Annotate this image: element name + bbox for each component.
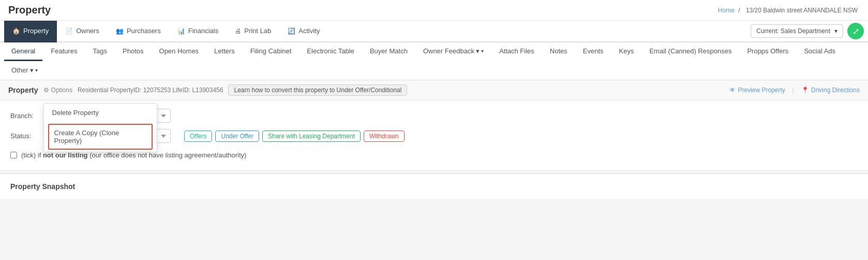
eye-icon: 👁: [729, 86, 736, 94]
nav-tab-label: Print Lab: [244, 27, 271, 35]
nav-tab-label: Owners: [76, 27, 99, 35]
breadcrumb: Home / 13/20 Baldwin street ANNANDALE NS…: [718, 7, 860, 14]
tab-photos[interactable]: Photos: [115, 42, 151, 61]
tab-electronic-table[interactable]: Electronic Table: [300, 42, 362, 61]
gear-icon: ⚙: [43, 86, 49, 94]
driving-directions-link[interactable]: 📍 Driving Directions: [801, 86, 860, 94]
tab-email-canned[interactable]: Email (Canned) Responses: [642, 42, 739, 61]
tabs-row: GeneralFeaturesTagsPhotosOpen HomesLette…: [0, 42, 868, 80]
breadcrumb-address: 13/20 Baldwin street ANNANDALE NSW: [746, 7, 858, 14]
nav-tab-label: Activity: [298, 27, 320, 35]
property-meta: Residential PropertyID: 12075253 LifeID:…: [78, 86, 223, 94]
tab-propps-offers[interactable]: Propps Offers: [740, 42, 796, 61]
options-dropdown-container: ⚙ Options Delete Property Create A Copy …: [43, 86, 72, 94]
not-our-listing-label[interactable]: (tick) if not our listing (our office do…: [21, 151, 246, 159]
not-our-listing-checkbox[interactable]: [10, 152, 17, 158]
clone-property-item[interactable]: Create A Copy (Clone Property): [48, 124, 153, 150]
nav-tab-property[interactable]: 🏠Property: [4, 21, 57, 42]
learn-convert-button[interactable]: Learn how to convert this property to Un…: [228, 84, 407, 96]
status-badges: OffersUnder OfferShare with Leasing Depa…: [184, 131, 405, 142]
purchasers-icon: 👥: [116, 27, 124, 35]
tab-owner-feedback[interactable]: Owner Feedback ▾: [416, 42, 491, 61]
nav-tab-label: Financials: [188, 27, 219, 35]
nav-bar: 🏠Property📄Owners👥Purchasers📊Financials🖨P…: [0, 21, 868, 42]
map-pin-icon: 📍: [801, 86, 809, 94]
tab-filing-cabinet[interactable]: Filing Cabinet: [243, 42, 299, 61]
tab-events[interactable]: Events: [576, 42, 611, 61]
nav-tabs: 🏠Property📄Owners👥Purchasers📊Financials🖨P…: [4, 21, 328, 41]
section-title: Property: [8, 86, 38, 94]
nav-tab-activity[interactable]: 🔄Activity: [279, 21, 328, 42]
owners-icon: 📄: [65, 27, 73, 35]
expand-button[interactable]: ⤢: [847, 23, 864, 39]
top-bar: Property Home / 13/20 Baldwin street ANN…: [0, 0, 868, 21]
preview-label: Preview Property: [738, 86, 785, 94]
tab-social-ads[interactable]: Social Ads: [797, 42, 843, 61]
section-header: Property ⚙ Options Delete Property Creat…: [0, 80, 868, 100]
chevron-down-icon: ▾: [30, 66, 34, 74]
nav-tab-label: Property: [23, 27, 49, 35]
department-label: Current: Sales Department: [756, 27, 830, 35]
tab-open-homes[interactable]: Open Homes: [152, 42, 206, 61]
tab-letters[interactable]: Letters: [207, 42, 242, 61]
tab-buyer-match[interactable]: Buyer Match: [363, 42, 415, 61]
divider: |: [792, 86, 794, 94]
snapshot-section: Property Snapshot: [0, 174, 868, 199]
nav-tab-label: Purchasers: [127, 27, 161, 35]
financials-icon: 📊: [177, 27, 185, 35]
delete-property-item[interactable]: Delete Property: [44, 104, 157, 122]
nav-tab-owners[interactable]: 📄Owners: [57, 21, 108, 42]
activity-icon: 🔄: [288, 27, 295, 35]
tab-tags[interactable]: Tags: [86, 42, 114, 61]
property-icon: 🏠: [12, 27, 20, 35]
preview-property-link[interactable]: 👁 Preview Property: [729, 86, 785, 94]
badge-share-leasing[interactable]: Share with Leasing Department: [262, 131, 361, 142]
chevron-down-icon: ▾: [476, 47, 480, 55]
tab-features[interactable]: Features: [43, 42, 84, 61]
badge-offers[interactable]: Offers: [184, 131, 212, 142]
nav-tab-purchasers[interactable]: 👥Purchasers: [108, 21, 169, 42]
snapshot-title: Property Snapshot: [10, 182, 75, 191]
options-button[interactable]: ⚙ Options: [43, 86, 72, 94]
tab-keys[interactable]: Keys: [612, 42, 641, 61]
chevron-down-icon: ▾: [834, 27, 837, 35]
tab-notes[interactable]: Notes: [543, 42, 575, 61]
badge-under-offer[interactable]: Under Offer: [215, 131, 259, 142]
directions-label: Driving Directions: [811, 86, 860, 94]
options-label: Options: [51, 86, 72, 94]
options-dropdown-menu: Delete Property Create A Copy (Clone Pro…: [43, 103, 157, 152]
tab-attach-files[interactable]: Attach Files: [492, 42, 542, 61]
content-area: Property ⚙ Options Delete Property Creat…: [0, 80, 868, 169]
breadcrumb-home[interactable]: Home: [718, 7, 735, 14]
app-title: Property: [8, 4, 51, 16]
nav-tab-financials[interactable]: 📊Financials: [169, 21, 227, 42]
department-selector[interactable]: Current: Sales Department ▾: [751, 24, 843, 38]
badge-withdrawn[interactable]: Withdrawn: [364, 131, 405, 142]
print-lab-icon: 🖨: [235, 27, 241, 35]
section-header-right: 👁 Preview Property | 📍 Driving Direction…: [729, 86, 860, 94]
tab-general[interactable]: General: [4, 42, 42, 61]
tab-other[interactable]: Other ▾: [4, 62, 45, 80]
nav-tab-print-lab[interactable]: 🖨Print Lab: [227, 21, 279, 42]
